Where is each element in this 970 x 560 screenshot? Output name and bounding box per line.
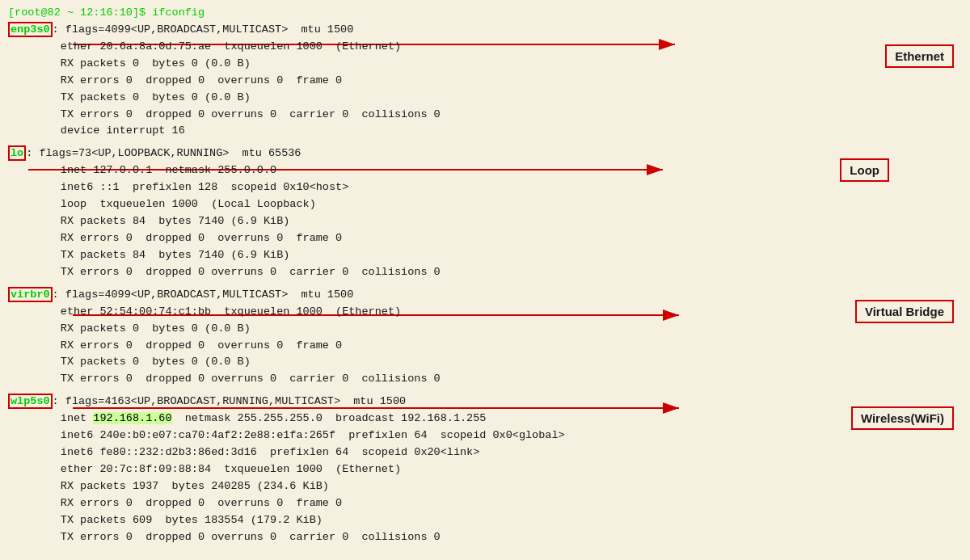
virbr0-block: virbr0: flags=4099<UP,BROADCAST,MULTICAS… [8,287,962,389]
lo-line6: RX errors 0 dropped 0 overruns 0 frame 0 [8,230,962,247]
enp3s0-line5: TX packets 0 bytes 0 (0.0 B) [8,90,962,107]
wlp5s0-line4: inet6 fe80::232:d2b3:86ed:3d16 prefixlen… [8,444,962,461]
enp3s0-flags: : flags=4099<UP,BROADCAST,MULTICAST> mtu… [53,23,354,36]
lo-line7: TX packets 84 bytes 7140 (6.9 KiB) [8,247,962,264]
enp3s0-iface-name: enp3s0 [8,22,53,37]
enp3s0-line3: RX packets 0 bytes 0 (0.0 B) [8,56,962,73]
enp3s0-line1: enp3s0: flags=4099<UP,BROADCAST,MULTICAS… [8,22,962,39]
wlp5s0-block: wlp5s0: flags=4163<UP,BROADCAST,RUNNING,… [8,394,962,545]
wlp5s0-line1: wlp5s0: flags=4163<UP,BROADCAST,RUNNING,… [8,394,962,411]
loop-annotation: Loop [840,158,889,182]
ethernet-annotation: Ethernet [885,44,954,68]
lo-line8: TX errors 0 dropped 0 overruns 0 carrier… [8,264,962,281]
wlp5s0-line3: inet6 240e:b0:e07:ca70:4af2:2e88:e1fa:26… [8,427,962,444]
wlp5s0-line8: TX packets 609 bytes 183554 (179.2 KiB) [8,512,962,529]
terminal: [root@82 ~ 12:16:10]$ ifconfig enp3s0: f… [0,0,970,558]
lo-line1: lo: flags=73<UP,LOOPBACK,RUNNING> mtu 65… [8,145,962,162]
lo-line3: inet6 ::1 prefixlen 128 scopeid 0x10<hos… [8,179,962,196]
enp3s0-line4: RX errors 0 dropped 0 overruns 0 frame 0 [8,73,962,90]
enp3s0-block: enp3s0: flags=4099<UP,BROADCAST,MULTICAS… [8,22,962,140]
wlp5s0-line5: ether 20:7c:8f:09:88:84 txqueuelen 1000 … [8,461,962,478]
wlp5s0-flags: : flags=4163<UP,BROADCAST,RUNNING,MULTIC… [53,395,406,407]
virbr0-iface-name: virbr0 [8,287,53,302]
wlp5s0-line2: inet 192.168.1.60 netmask 255.255.255.0 … [8,411,962,427]
enp3s0-line7: device interrupt 16 [8,123,962,140]
virbr0-line6: TX errors 0 dropped 0 overruns 0 carrier… [8,371,962,388]
lo-flags: : flags=73<UP,LOOPBACK,RUNNING> mtu 6553… [26,147,301,159]
wlp5s0-line9: TX errors 0 dropped 0 overruns 0 carrier… [8,529,962,546]
lo-line2: inet 127.0.0.1 netmask 255.0.0.0 [8,162,962,179]
wlp5s0-line6: RX packets 1937 bytes 240285 (234.6 KiB) [8,478,962,495]
virbr0-line2: ether 52:54:00:74:c1:bb txqueuelen 1000 … [8,304,962,321]
virbr0-line3: RX packets 0 bytes 0 (0.0 B) [8,321,962,338]
wlp5s0-iface-name: wlp5s0 [8,394,53,409]
lo-line5: RX packets 84 bytes 7140 (6.9 KiB) [8,213,962,230]
enp3s0-line2: ether 20:6a:8a:0d:75:ae txqueuelen 1000 … [8,39,962,56]
enp3s0-line6: TX errors 0 dropped 0 overruns 0 carrier… [8,107,962,124]
virbr0-line5: TX packets 0 bytes 0 (0.0 B) [8,354,962,371]
lo-block: lo: flags=73<UP,LOOPBACK,RUNNING> mtu 65… [8,145,962,280]
virbr0-line4: RX errors 0 dropped 0 overruns 0 frame 0 [8,338,962,355]
lo-iface-name: lo [8,145,26,161]
prompt-line: [root@82 ~ 12:16:10]$ ifconfig [8,5,962,22]
wifi-annotation: Wireless(WiFi) [851,406,954,430]
wlp5s0-line7: RX errors 0 dropped 0 overruns 0 frame 0 [8,495,962,512]
vbridge-annotation: Virtual Bridge [855,300,954,323]
virbr0-line1: virbr0: flags=4099<UP,BROADCAST,MULTICAS… [8,287,962,304]
lo-line4: loop txqueuelen 1000 (Local Loopback) [8,196,962,213]
virbr0-flags: : flags=4099<UP,BROADCAST,MULTICAST> mtu… [53,288,354,301]
